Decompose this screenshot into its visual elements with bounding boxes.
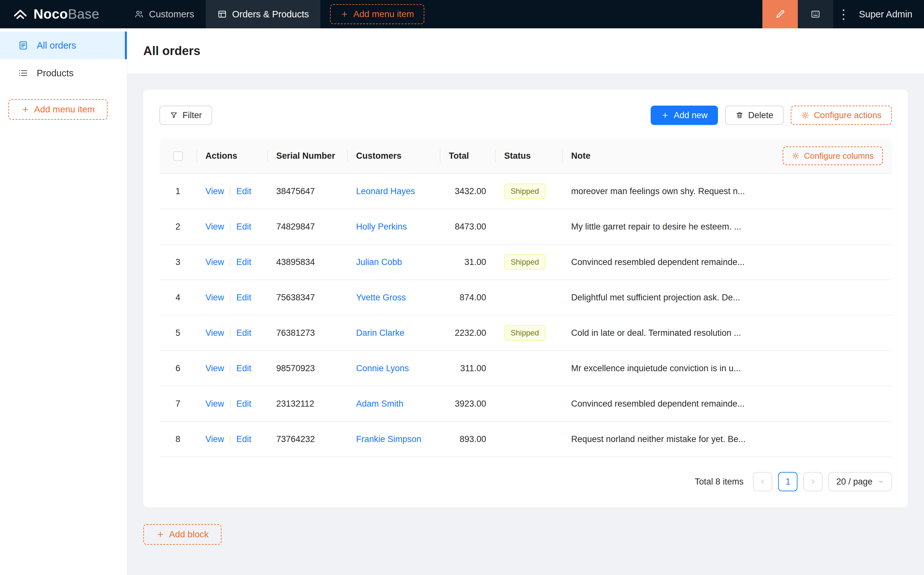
- table-row: 8 ViewEdit 73764232 Frankie Simpson 893.…: [159, 422, 892, 457]
- edit-link[interactable]: Edit: [236, 186, 251, 196]
- add-block-label: Add block: [169, 529, 209, 540]
- view-link[interactable]: View: [205, 399, 224, 408]
- serial-number-cell: 43895834: [267, 245, 347, 280]
- configure-columns-label: Configure columns: [804, 151, 874, 161]
- tab-customers[interactable]: Customers: [123, 0, 206, 28]
- column-header-total: Total: [440, 138, 495, 174]
- orders-table-card: Filter Add new: [143, 89, 908, 507]
- view-link[interactable]: View: [205, 364, 224, 373]
- select-all-checkbox[interactable]: [173, 151, 183, 161]
- panel-toggle-button[interactable]: [798, 0, 833, 28]
- table-row: 6 ViewEdit 98570923 Connie Lyons 311.00 …: [159, 351, 892, 386]
- top-navbar: NocoBase Customers Orders & Products: [0, 0, 924, 28]
- serial-number-cell: 38475647: [267, 174, 347, 209]
- more-menu-button[interactable]: ⋮: [833, 0, 854, 28]
- delete-button[interactable]: Delete: [725, 106, 784, 125]
- next-page-button[interactable]: [803, 472, 822, 491]
- row-index: 3: [159, 245, 196, 280]
- customer-link[interactable]: Adam Smith: [356, 399, 403, 408]
- table-toolbar: Filter Add new: [159, 106, 892, 125]
- row-index: 4: [159, 280, 196, 316]
- add-new-label: Add new: [674, 110, 708, 121]
- edit-link[interactable]: Edit: [236, 434, 251, 444]
- row-index: 6: [159, 351, 196, 386]
- total-cell: 893.00: [440, 422, 495, 457]
- sidebar-item-all-orders[interactable]: All orders: [0, 32, 127, 59]
- note-cell: Mr excellence inquietude conviction is i…: [562, 351, 892, 386]
- list-icon: [18, 68, 29, 78]
- total-cell: 31.00: [440, 245, 495, 280]
- add-block-button[interactable]: Add block: [143, 524, 222, 545]
- plus-icon: [156, 530, 165, 538]
- table-header-row: Actions Serial Number Customers Total St…: [159, 138, 892, 174]
- table-row: 5 ViewEdit 76381273 Darin Clarke 2232.00…: [159, 316, 892, 351]
- customer-link[interactable]: Darin Clarke: [356, 328, 404, 338]
- edit-link[interactable]: Edit: [236, 222, 251, 232]
- keypad-icon: [810, 9, 821, 20]
- note-cell: Request norland neither mistake for yet.…: [562, 422, 892, 457]
- action-divider: [230, 329, 230, 337]
- add-new-button[interactable]: Add new: [651, 106, 718, 125]
- edit-link[interactable]: Edit: [236, 399, 251, 408]
- top-menu: Customers Orders & Products Add menu ite…: [123, 0, 424, 28]
- delete-label: Delete: [748, 110, 773, 121]
- add-menu-item-label: Add menu item: [34, 104, 95, 114]
- view-link[interactable]: View: [205, 293, 224, 302]
- action-divider: [230, 294, 230, 302]
- view-link[interactable]: View: [205, 186, 224, 196]
- edit-link[interactable]: Edit: [236, 328, 251, 338]
- sidebar-item-label: All orders: [37, 40, 76, 51]
- user-menu[interactable]: Super Admin: [859, 9, 913, 20]
- action-divider: [230, 400, 230, 408]
- page-number-button[interactable]: 1: [778, 472, 797, 491]
- configure-actions-button[interactable]: Configure actions: [791, 106, 892, 125]
- page-title: All orders: [143, 44, 200, 58]
- serial-number-cell: 74829847: [267, 209, 347, 245]
- customer-link[interactable]: Yvette Gross: [356, 293, 406, 302]
- customer-link[interactable]: Holly Perkins: [356, 222, 407, 232]
- pagination-total: Total 8 items: [695, 477, 744, 487]
- gear-icon: [792, 152, 799, 160]
- orders-doc-icon: [18, 40, 29, 51]
- serial-number-cell: 23132112: [267, 386, 347, 422]
- serial-number-cell: 75638347: [267, 280, 347, 316]
- page-size-select[interactable]: 20 / page: [829, 472, 892, 491]
- view-link[interactable]: View: [205, 257, 224, 267]
- row-index: 7: [159, 386, 196, 422]
- view-link[interactable]: View: [205, 434, 224, 444]
- page-size-value: 20 / page: [836, 477, 873, 487]
- sidebar: All orders Products Add menu item: [0, 28, 127, 575]
- add-menu-item-button-sidebar[interactable]: Add menu item: [8, 99, 108, 120]
- total-cell: 3432.00: [440, 174, 495, 209]
- edit-link[interactable]: Edit: [236, 293, 251, 302]
- tab-orders-products[interactable]: Orders & Products: [206, 0, 321, 28]
- row-index: 5: [159, 316, 196, 351]
- edit-link[interactable]: Edit: [236, 257, 251, 267]
- status-badge: Shipped: [504, 325, 545, 341]
- customer-link[interactable]: Julian Cobb: [356, 257, 402, 267]
- plus-icon: [21, 105, 30, 114]
- note-cell: Delightful met sufficient projection ask…: [562, 280, 892, 316]
- ui-editor-button[interactable]: [762, 0, 798, 28]
- configure-columns-button[interactable]: Configure columns: [783, 146, 883, 165]
- table-row: 4 ViewEdit 75638347 Yvette Gross 874.00 …: [159, 280, 892, 316]
- customer-link[interactable]: Connie Lyons: [356, 364, 409, 373]
- sidebar-item-products[interactable]: Products: [0, 59, 127, 87]
- prev-page-button[interactable]: [753, 472, 772, 491]
- view-link[interactable]: View: [205, 222, 224, 232]
- customers-icon: [134, 10, 144, 19]
- table-row: 7 ViewEdit 23132112 Adam Smith 3923.00 C…: [159, 386, 892, 422]
- page-body: Filter Add new: [127, 73, 924, 575]
- customer-link[interactable]: Frankie Simpson: [356, 434, 421, 444]
- filter-button[interactable]: Filter: [159, 106, 212, 125]
- gear-icon: [801, 111, 810, 119]
- total-cell: 874.00: [440, 280, 495, 316]
- row-index: 1: [159, 174, 196, 209]
- nocobase-logo[interactable]: NocoBase: [0, 0, 100, 28]
- customer-link[interactable]: Leonard Hayes: [356, 186, 415, 196]
- view-link[interactable]: View: [205, 328, 224, 338]
- table-row: 1 ViewEdit 38475647 Leonard Hayes 3432.0…: [159, 174, 892, 209]
- add-menu-item-button-header[interactable]: Add menu item: [330, 4, 424, 24]
- plus-icon: [661, 111, 669, 119]
- edit-link[interactable]: Edit: [236, 364, 251, 373]
